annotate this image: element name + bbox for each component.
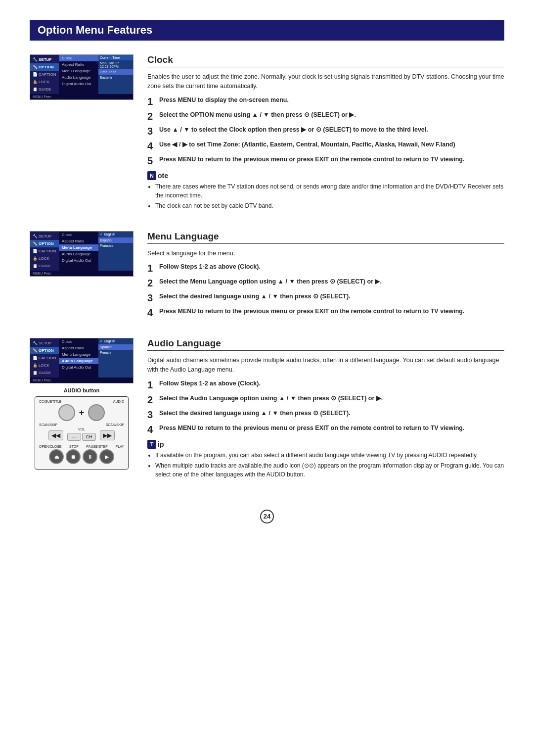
clock-step-1: 1 Press MENU to display the on-screen me… — [147, 96, 504, 107]
step-text: Use ◀ / ▶ to set Time Zone: (Atlantic, E… — [159, 141, 455, 149]
step-text: Follow Steps 1-2 as above (Clock). — [159, 263, 261, 272]
menu-language-section: 🔧 SETUP ✏️ OPTION 📄 CAPTION 🔒 LOCK 📋 GUI… — [30, 231, 504, 323]
note-bullet-1: There are cases where the TV station doe… — [155, 182, 504, 200]
page-title: Option Menu Features — [30, 20, 504, 41]
step-number: 1 — [147, 96, 155, 107]
transport-buttons: ⏏ ⏹ ⏸ ▶ — [38, 449, 125, 464]
scan-skip-right-button[interactable]: ▶▶ — [100, 430, 115, 440]
audio-language-section: 🔧 SETUP ✏️ OPTION 📄 CAPTION 🔒 LOCK 📋 GUI… — [30, 338, 504, 484]
step-number: 1 — [147, 263, 155, 274]
scan-skip-labels: SCAN/SKIP SCAN/SKIP — [38, 423, 125, 426]
menu-lang-step-3: 3 Select the desired language using ▲ / … — [147, 292, 504, 303]
step-text: Press MENU to return to the previous men… — [159, 424, 464, 433]
vol-ch-area: — CH — [67, 433, 96, 441]
step-number: 3 — [147, 292, 155, 303]
menu-prev-label: MENU Prev. — [30, 94, 133, 99]
audio-button[interactable] — [88, 404, 105, 421]
step-number: 2 — [147, 111, 155, 122]
pause-step-button[interactable]: ⏸ — [83, 449, 97, 464]
clock-note: N ote There are cases where the TV stati… — [147, 171, 504, 210]
audio-lang-step-2: 2 Select the Audio Language option using… — [147, 394, 504, 405]
clock-section: 🔧 SETUP ✏️ OPTION 📄 CAPTION 🔒 LOCK 📋 GUI… — [30, 54, 504, 215]
tip-bullets: If available on the program, you can als… — [147, 451, 504, 479]
audio-lang-step-1: 1 Follow Steps 1-2 as above (Clock). — [147, 379, 504, 390]
step-text: Select the desired language using ▲ / ▼ … — [159, 292, 351, 301]
audio-lang-step-4: 4 Press MENU to return to the previous m… — [147, 424, 504, 435]
remote-diagram: AUDIO button CC/SUBTITLE AUDIO + SCAN/SK… — [30, 387, 134, 470]
scan-skip-right-label: SCAN/SKIP — [106, 423, 124, 426]
remote-top-labels: CC/SUBTITLE AUDIO — [38, 400, 125, 403]
menu-language-content: Menu Language Select a language for the … — [147, 231, 504, 323]
page-footer: 24 — [30, 500, 504, 523]
transport-labels: OPEN/CLOSESTOPPAUSE/STEPPLAY — [38, 445, 125, 448]
clock-content: Clock Enables the user to adjust the tim… — [147, 54, 504, 215]
step-text: Follow Steps 1-2 as above (Clock). — [159, 379, 261, 388]
step-number: 4 — [147, 141, 155, 151]
clock-description: Enables the user to adjust the time zone… — [147, 72, 504, 91]
cc-subtitle-button[interactable] — [58, 404, 75, 421]
ch-button[interactable]: CH — [82, 433, 96, 441]
step-number: 3 — [147, 409, 155, 420]
page-number: 24 — [260, 510, 274, 523]
remote-top-buttons: + — [38, 404, 125, 421]
clock-menu-screenshot: 🔧 SETUP ✏️ OPTION 📄 CAPTION 🔒 LOCK 📋 GUI… — [30, 54, 134, 215]
note-label: ote — [158, 172, 168, 180]
cc-subtitle-label: CC/SUBTITLE — [39, 400, 62, 403]
menu-lang-step-4: 4 Press MENU to return to the previous m… — [147, 307, 504, 318]
open-close-button[interactable]: ⏏ — [49, 449, 64, 464]
tip-icon: T — [147, 440, 156, 449]
menu-language-screenshot: 🔧 SETUP ✏️ OPTION 📄 CAPTION 🔒 LOCK 📋 GUI… — [30, 231, 134, 323]
note-title: N ote — [147, 171, 504, 180]
step-number: 2 — [147, 394, 155, 405]
menu-language-heading: Menu Language — [147, 231, 504, 244]
step-text: Select the Audio Language option using ▲… — [159, 394, 383, 403]
note-bullet-2: The clock can not be set by cable DTV ba… — [155, 201, 504, 210]
menu-language-image: 🔧 SETUP ✏️ OPTION 📄 CAPTION 🔒 LOCK 📋 GUI… — [30, 231, 134, 277]
scan-skip-buttons: ◀◀ VOL — CH ▶▶ — [38, 427, 125, 443]
tip-bullet-1: If available on the program, you can als… — [155, 451, 504, 460]
step-text: Select the Menu Language option using ▲ … — [159, 278, 382, 286]
clock-step-4: 4 Use ◀ / ▶ to set Time Zone: (Atlantic,… — [147, 141, 504, 151]
step-text: Select the desired language using ▲ / ▼ … — [159, 409, 351, 418]
remote-body: CC/SUBTITLE AUDIO + SCAN/SKIP SCAN/SKIP … — [35, 396, 129, 470]
stop-button[interactable]: ⏹ — [66, 449, 81, 464]
clock-step-5: 5 Press MENU to return to the previous m… — [147, 155, 504, 166]
note-bullets: There are cases where the TV station doe… — [147, 182, 504, 210]
clock-menu-image: 🔧 SETUP ✏️ OPTION 📄 CAPTION 🔒 LOCK 📋 GUI… — [30, 54, 134, 100]
menu-language-description: Select a language for the menu. — [147, 249, 504, 258]
audio-language-tip: T ip If available on the program, you ca… — [147, 440, 504, 479]
audio-button-label: AUDIO button — [64, 387, 100, 393]
step-text: Use ▲ / ▼ to select the Clock option the… — [159, 126, 428, 135]
play-button[interactable]: ▶ — [99, 449, 114, 464]
step-number: 4 — [147, 424, 155, 435]
plus-symbol: + — [79, 408, 85, 418]
clock-step-3: 3 Use ▲ / ▼ to select the Clock option t… — [147, 126, 504, 137]
scan-skip-left-label: SCAN/SKIP — [39, 423, 57, 426]
menu-lang-step-1: 1 Follow Steps 1-2 as above (Clock). — [147, 263, 504, 274]
menu-prev-label: MENU Prev. — [30, 271, 133, 276]
step-number: 3 — [147, 126, 155, 137]
step-text: Press MENU to return to the previous men… — [159, 155, 464, 164]
step-text: Press MENU to display the on-screen menu… — [159, 96, 289, 105]
step-text: Select the OPTION menu using ▲ / ▼ then … — [159, 111, 356, 120]
clock-heading: Clock — [147, 54, 504, 67]
tip-title: T ip — [147, 440, 504, 449]
vol-label: VOL — [67, 427, 96, 431]
menu-lang-step-2: 2 Select the Menu Language option using … — [147, 278, 504, 288]
tip-label: ip — [158, 440, 164, 448]
note-icon: N — [147, 171, 156, 180]
menu-prev-label: MENU Prev. — [30, 378, 133, 383]
audio-language-image: 🔧 SETUP ✏️ OPTION 📄 CAPTION 🔒 LOCK 📋 GUI… — [30, 338, 134, 383]
scan-skip-left-button[interactable]: ◀◀ — [48, 430, 63, 440]
step-number: 5 — [147, 155, 155, 166]
step-text: Press MENU to return to the previous men… — [159, 307, 464, 316]
tip-bullet-2: When multiple audio tracks are available… — [155, 461, 504, 479]
audio-language-content: Audio Language Digital audio channels so… — [147, 338, 504, 484]
audio-label: AUDIO — [113, 400, 124, 403]
clock-step-2: 2 Select the OPTION menu using ▲ / ▼ the… — [147, 111, 504, 122]
step-number: 4 — [147, 307, 155, 318]
vol-button[interactable]: — — [67, 433, 81, 441]
step-number: 1 — [147, 379, 155, 390]
audio-lang-step-3: 3 Select the desired language using ▲ / … — [147, 409, 504, 420]
audio-language-description: Digital audio channels sometimes provide… — [147, 356, 504, 375]
